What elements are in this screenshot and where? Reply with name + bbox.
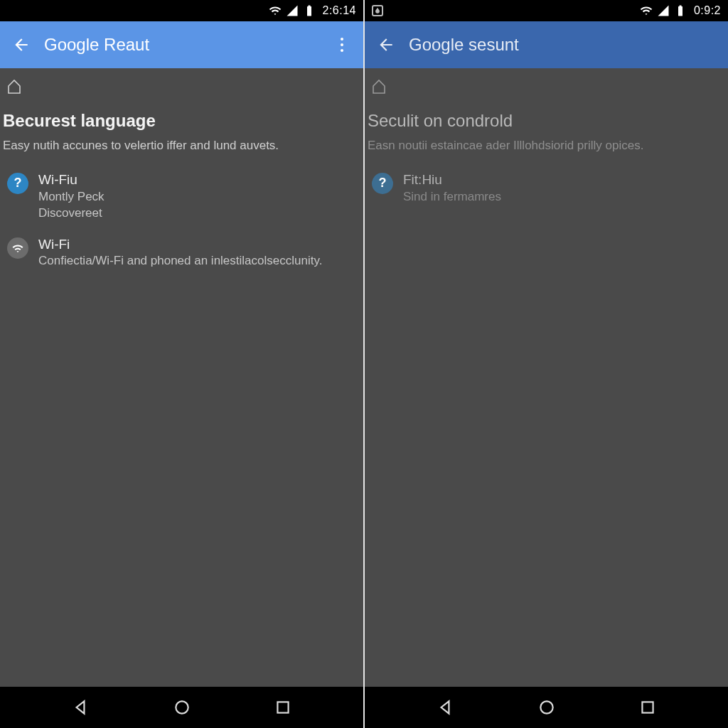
status-time: 0:9:2 <box>694 4 721 17</box>
home-icon[interactable] <box>370 78 387 95</box>
list-item[interactable]: ? Wi-Fiu Montly Peck Discovereet <box>0 167 363 232</box>
nav-back-icon <box>71 698 90 717</box>
nav-recents-icon <box>638 698 657 717</box>
nav-back-button[interactable] <box>59 693 102 722</box>
status-bar: 0:9:2 <box>365 0 728 21</box>
phone-right: 0:9:2 Google sesunt Seculit on condrold … <box>365 0 728 728</box>
nav-home-button[interactable] <box>161 693 203 722</box>
list-item-line: Sind in fermamres <box>403 189 718 205</box>
notification-icon <box>372 5 383 16</box>
nav-recents-button[interactable] <box>626 693 669 722</box>
nav-recents-button[interactable] <box>262 693 304 722</box>
list-item-title: Fit:Hiu <box>403 171 718 189</box>
section-subtext: Easn noutii estaincae ader Illlohdsiorid… <box>365 136 728 167</box>
home-icon[interactable] <box>6 78 23 95</box>
battery-icon <box>303 4 316 17</box>
nav-back-button[interactable] <box>424 693 466 722</box>
list-item-body: Wi-Fi Confiectia/Wi-Fi and phoned an inl… <box>38 236 353 270</box>
section-subtext: Easy nutih accunes to velertio iffer and… <box>0 136 363 167</box>
content-area[interactable]: Seculit on condrold Easn noutii estainca… <box>365 68 728 687</box>
app-bar: Google Reaut <box>0 21 363 68</box>
battery-icon <box>674 4 687 17</box>
svg-point-2 <box>540 701 552 713</box>
content-area[interactable]: Becurest language Easy nutih accunes to … <box>0 68 363 687</box>
overflow-menu-icon <box>341 38 343 41</box>
nav-back-icon <box>436 698 454 717</box>
status-time: 2:6:14 <box>323 4 356 17</box>
svg-point-0 <box>176 701 188 713</box>
svg-rect-3 <box>643 702 653 712</box>
list-item-body: Fit:Hiu Sind in fermamres <box>403 171 718 205</box>
list-item-body: Wi-Fiu Montly Peck Discovereet <box>38 171 353 222</box>
svg-rect-1 <box>278 702 289 712</box>
phone-left: 2:6:14 Google Reaut Becurest language Ea… <box>0 0 363 728</box>
list-item[interactable]: Wi-Fi Confiectia/Wi-Fi and phoned an inl… <box>0 232 363 280</box>
breadcrumb-row <box>365 78 728 105</box>
navigation-bar <box>365 687 728 728</box>
section-heading: Seculit on condrold <box>365 105 728 136</box>
status-bar: 2:6:14 <box>0 0 363 21</box>
breadcrumb-row <box>0 78 363 105</box>
section-heading: Becurest language <box>0 105 363 136</box>
signal-icon <box>286 4 299 17</box>
wifi-round-icon <box>7 237 28 259</box>
nav-home-button[interactable] <box>525 693 568 722</box>
app-bar: Google sesunt <box>365 21 728 68</box>
help-icon: ? <box>372 173 393 194</box>
overflow-menu-button[interactable] <box>329 32 355 58</box>
help-icon: ? <box>7 173 28 194</box>
navigation-bar <box>0 687 363 728</box>
status-left-icons <box>372 5 383 16</box>
list-item-line: Montly Peck <box>38 189 353 205</box>
list-item-line: Discovereet <box>38 205 353 222</box>
nav-home-icon <box>537 698 556 717</box>
status-icons: 2:6:14 <box>269 4 356 17</box>
app-bar-title: Google sesunt <box>409 35 719 55</box>
list-item-title: Wi-Fiu <box>38 171 353 189</box>
back-arrow-icon <box>377 36 395 54</box>
list-item-line: Confiectia/Wi-Fi and phoned an inlestila… <box>38 253 353 269</box>
back-button[interactable] <box>9 32 34 58</box>
signal-icon <box>657 4 670 17</box>
wifi-icon <box>640 4 653 17</box>
back-button[interactable] <box>373 32 399 58</box>
nav-recents-icon <box>274 698 292 717</box>
app-bar-title: Google Reaut <box>44 35 319 55</box>
status-icons: 0:9:2 <box>640 4 721 17</box>
list-item[interactable]: ? Fit:Hiu Sind in fermamres <box>365 167 728 215</box>
back-arrow-icon <box>12 36 31 54</box>
wifi-icon <box>269 4 282 17</box>
list-item-title: Wi-Fi <box>38 236 353 254</box>
nav-home-icon <box>173 698 191 717</box>
